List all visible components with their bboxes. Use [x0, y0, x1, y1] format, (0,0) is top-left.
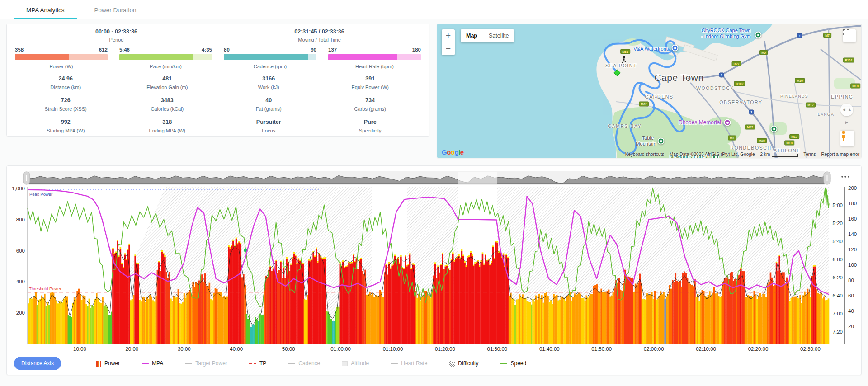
stat-focus: PursuiterFocus	[218, 119, 320, 133]
stat-label: Strain Score (XSS)	[15, 106, 117, 112]
x-axis-tick: 01:00:00	[330, 346, 351, 352]
map-attribution: Keyboard shortcuts Map Data ©2025 AfriGI…	[625, 152, 859, 157]
map-label-epping: EPPING	[831, 94, 853, 99]
poi-marker[interactable]	[771, 126, 778, 132]
keyboard-shortcuts-link[interactable]: Keyboard shortcuts	[625, 152, 664, 157]
va-waterfront-marker[interactable]	[672, 45, 679, 52]
speed-axis-tick: 120	[848, 247, 857, 252]
stat-label: Ending MPA (W)	[117, 128, 218, 133]
map-label-pinelands: PINELANDS	[780, 94, 808, 99]
pace-axis-tick: 5:20	[833, 221, 843, 226]
tp-dash-icon	[249, 363, 256, 364]
map-label-table: Table	[642, 135, 654, 141]
tab-bar: MPA Analytics Power Duration	[0, 0, 868, 19]
distance-axis-button[interactable]: Distance Axis	[14, 357, 61, 370]
legend-label: Difficulty	[458, 360, 478, 367]
range-min: 137	[328, 47, 337, 52]
range-label: Power (W)	[15, 64, 108, 69]
range-bar	[224, 54, 316, 60]
x-axis-tick: 40:00	[230, 346, 243, 352]
range-max: 90	[311, 47, 316, 52]
stat-distance-km-: 24.96Distance (km)	[15, 75, 117, 90]
map-type-control: Map Satellite	[461, 29, 514, 42]
chart-menu-icon[interactable]	[848, 176, 849, 178]
cityrock-marker[interactable]	[755, 32, 762, 38]
range-bar	[15, 54, 108, 60]
legend-item-speed[interactable]: Speed	[500, 360, 526, 367]
zoom-in-button[interactable]: +	[442, 29, 455, 42]
legend-item-altitude[interactable]: Altitude	[342, 360, 369, 367]
power-bars-icon	[96, 361, 101, 367]
chart-menu-icon[interactable]	[841, 176, 843, 178]
tab-mpa-analytics[interactable]: MPA Analytics	[14, 2, 77, 19]
road-badge-r102: R102	[843, 58, 854, 63]
road-badge-2: 2	[749, 110, 754, 115]
map-scale: 2 km	[760, 152, 798, 157]
map-panel[interactable]: Cape TownSEA POINTWOODSTOCKGARDENSOBSERV…	[437, 24, 862, 158]
legend-item-heart-rate[interactable]: Heart Rate	[391, 360, 427, 367]
range-label: Cadence (rpm)	[224, 64, 316, 69]
chart-menu-icon[interactable]	[844, 176, 846, 178]
map-label-cityrock-cape-town: CityROCK Cape Town	[702, 28, 751, 33]
legend-item-difficulty[interactable]: Difficulty	[449, 360, 478, 367]
pegman-control[interactable]	[840, 131, 854, 146]
x-axis-tick: 02:30:00	[800, 346, 821, 352]
fullscreen-button[interactable]	[843, 29, 856, 42]
x-axis-tick: 30:00	[178, 346, 191, 352]
legend-label: Target Power	[195, 360, 227, 367]
range-label: Heart Rate (bpm)	[328, 64, 421, 69]
stat-carbs-grams-: 734Carbs (grams)	[320, 97, 421, 112]
map-label-v-a-waterfront: V&A Waterfront	[633, 46, 667, 52]
road-badge-m17: M17	[806, 103, 816, 108]
tab-power-duration[interactable]: Power Duration	[82, 2, 149, 19]
stat-label: Elevation Gain (m)	[117, 85, 218, 90]
stat-value: Pure	[320, 119, 421, 125]
activity-chart[interactable]: Peak PowerThreshold Power1,0008006004002…	[7, 168, 861, 354]
legend-item-tp[interactable]: TP	[249, 360, 266, 367]
left-axis-tick: 800	[16, 217, 25, 222]
zoom-out-button[interactable]: −	[442, 42, 455, 55]
range-min: 358	[15, 47, 24, 52]
range-min: 80	[224, 47, 230, 52]
pace-axis-tick: 5:40	[833, 239, 843, 244]
road-badge-m28: M28	[757, 138, 767, 143]
legend-item-mpa[interactable]: MPA	[142, 360, 163, 367]
stat-strain-score-xss-: 726Strain Score (XSS)	[15, 97, 117, 112]
range-cadence-rpm-: 8090Cadence (rpm)	[224, 47, 316, 69]
overview-gap	[458, 172, 497, 184]
left-axis-tick: 600	[16, 248, 25, 254]
stat-value: 3483	[117, 97, 218, 104]
stat-value: 992	[15, 119, 117, 125]
road-badge-m7: M7	[823, 33, 831, 38]
legend-label: Speed	[510, 360, 526, 367]
satellite-button[interactable]: Satellite	[483, 29, 514, 42]
range-label: Pace (min/km)	[119, 64, 212, 69]
report-error-link[interactable]: Report a map error	[821, 152, 859, 157]
speed-axis-tick: 160	[848, 216, 857, 221]
road-badge-1: 1	[719, 73, 724, 78]
range-max: 612	[99, 47, 108, 52]
moving-time-block: 02:31:45 / 02:33:36 Moving / Total Time	[218, 28, 421, 42]
stat-label: Equiv Power (W)	[320, 85, 421, 90]
fullscreen-icon	[843, 29, 849, 35]
threshold-power-label: Threshold Power	[29, 286, 61, 291]
stat-label: Carbs (grams)	[320, 106, 421, 112]
legend-item-cadence[interactable]: Cadence	[288, 360, 320, 367]
stat-equiv-power-w-: 391Equiv Power (W)	[320, 75, 421, 90]
legend-item-power[interactable]: Power	[96, 360, 120, 367]
legend-label: MPA	[152, 360, 163, 367]
map-button[interactable]: Map	[461, 29, 483, 42]
speed-axis-tick: 180	[848, 201, 857, 206]
table-mountain-marker[interactable]	[658, 138, 665, 145]
legend-item-target-power[interactable]: Target Power	[185, 360, 227, 367]
route-start-marker[interactable]	[613, 69, 621, 76]
legend-label: Cadence	[298, 360, 320, 367]
rhodes-memorial-marker[interactable]	[724, 119, 731, 126]
difficulty-hatch-icon	[449, 361, 455, 367]
terms-link[interactable]: Terms	[803, 152, 816, 157]
pan-control[interactable]: ◄ ▲ ►	[840, 104, 853, 116]
left-axis-tick: 1,000	[12, 186, 25, 191]
road-badge-m61: M61	[620, 49, 630, 54]
range-max: 4:35	[202, 47, 212, 52]
speed-axis-tick: 140	[848, 231, 857, 237]
